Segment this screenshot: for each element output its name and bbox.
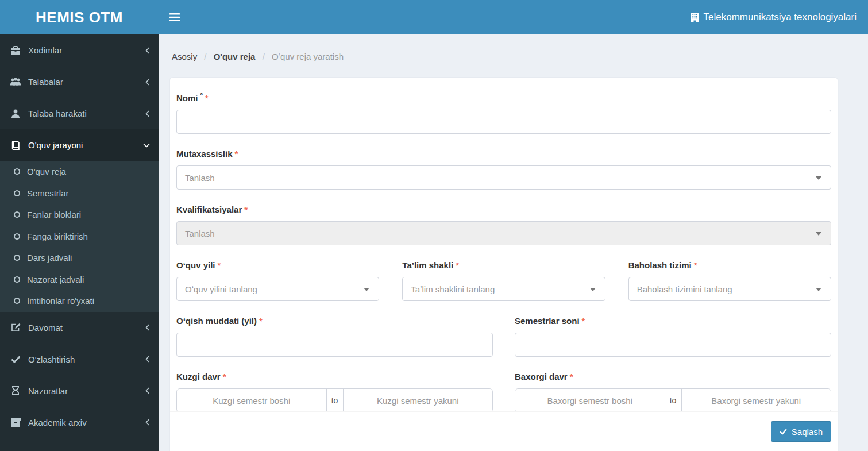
- baholash-tizimi-label: Baholash tizimi*: [628, 260, 831, 271]
- sidebar-subitem-fanga-biriktirish[interactable]: Fanga biriktirish: [0, 226, 159, 248]
- breadcrumb-link-asosiy[interactable]: Asosiy: [172, 52, 197, 61]
- chevron-left-icon: [145, 356, 150, 363]
- organization-menu[interactable]: Telekommunikatsiya texnologiyalari: [690, 11, 868, 23]
- breadcrumb-link-oquv-reja[interactable]: O'quv reja: [214, 52, 256, 61]
- sidebar-item-label: Talaba harakati: [28, 109, 87, 118]
- sidebar-item-talaba-harakati[interactable]: Talaba harakati: [0, 98, 159, 129]
- caret-down-icon: [816, 288, 821, 291]
- select-placeholder: Baholash tizimini tanlang: [637, 284, 732, 294]
- form-row: Oʻquv yili* Oʻquv yilini tanlang Taʼlim …: [176, 260, 831, 301]
- menu-icon: [169, 13, 180, 21]
- sidebar-item-label: Nazoratlar: [28, 386, 68, 396]
- kuzgi-end-input[interactable]: [344, 389, 493, 411]
- sidebar-subitem-oquv-reja[interactable]: O'quv reja: [0, 161, 159, 183]
- chevron-left-icon: [145, 387, 150, 394]
- breadcrumb-current: Oʻquv reja yaratish: [272, 52, 344, 61]
- circle-icon: [14, 255, 20, 261]
- sidebar-item-label: O'zlashtirish: [28, 354, 75, 364]
- kuzgi-davr-range: to: [176, 388, 493, 411]
- chevron-left-icon: [145, 419, 150, 426]
- circle-icon: [14, 190, 20, 196]
- field-semestrlar-soni: Semestrlar soni*: [515, 316, 831, 357]
- nomi-input[interactable]: [176, 110, 831, 134]
- range-separator: to: [326, 389, 344, 411]
- save-button-label: Saqlash: [792, 427, 823, 437]
- hourglass-icon: [9, 386, 22, 395]
- label-text: Semestrlar soni: [515, 316, 580, 326]
- circle-icon: [14, 211, 20, 218]
- breadcrumb-separator: /: [204, 52, 206, 61]
- sidebar-subitem-label: Fanlar bloklari: [27, 210, 81, 219]
- breadcrumb-separator: /: [263, 52, 265, 61]
- app-logo[interactable]: HEMIS OTM: [0, 0, 159, 34]
- sidebar-subitem-label: O'quv reja: [27, 167, 66, 176]
- semestrlar-soni-label: Semestrlar soni*: [515, 316, 831, 326]
- sidebar-item-ozlashtirish[interactable]: O'zlashtirish: [0, 344, 159, 375]
- organization-name: Telekommunikatsiya texnologiyalari: [704, 11, 857, 23]
- mutaxassislik-select[interactable]: Tanlash: [176, 165, 831, 190]
- caret-down-icon: [816, 232, 821, 236]
- sidebar-item-xodimlar[interactable]: Xodimlar: [0, 34, 159, 66]
- label-text: Baholash tizimi: [628, 260, 692, 270]
- form-row: Kvalifikatsiyalar* Tanlash: [176, 205, 831, 245]
- kvalifikatsiyalar-label: Kvalifikatsiyalar*: [176, 205, 831, 215]
- mutaxassislik-label: Mutaxassislik*: [176, 149, 831, 159]
- kuzgi-davr-label: Kuzgi davr*: [176, 372, 493, 382]
- kuzgi-start-input[interactable]: [177, 389, 326, 411]
- circle-icon: [14, 298, 20, 304]
- form-row: Oʻqish muddati (yil)* Semestrlar soni*: [176, 316, 831, 357]
- chevron-left-icon: [145, 47, 150, 54]
- sidebar-subitem-fanlar-bloklari[interactable]: Fanlar bloklari: [0, 204, 159, 226]
- top-navbar: Telekommunikatsiya texnologiyalari: [159, 0, 868, 34]
- field-nomi: Nomi º*: [176, 90, 831, 134]
- caret-down-icon: [590, 288, 596, 291]
- oqish-muddati-input[interactable]: [176, 333, 493, 357]
- sidebar-subitem-nazorat-jadvali[interactable]: Nazorat jadvali: [0, 269, 159, 291]
- label-text: Baxorgi davr: [515, 372, 568, 381]
- talim-shakli-label: Taʼlim shakli*: [402, 260, 605, 271]
- form-row: Nomi º*: [176, 90, 831, 134]
- required-marker: *: [259, 316, 263, 326]
- user-icon: [9, 109, 22, 118]
- field-baxorgi-davr: Baxorgi davr* to: [515, 372, 831, 411]
- select-placeholder: Taʼlim shaklini tanlang: [411, 284, 495, 294]
- sidebar-item-nazoratlar[interactable]: Nazoratlar: [0, 375, 159, 407]
- nomi-label-suffix: º: [200, 92, 203, 99]
- sidebar-item-label: Xodimlar: [28, 45, 62, 55]
- chevron-left-icon: [145, 110, 150, 117]
- briefcase-icon: [9, 46, 22, 55]
- required-marker: *: [205, 93, 209, 103]
- caret-down-icon: [364, 288, 369, 291]
- sidebar-item-label: Akademik arxiv: [28, 418, 87, 427]
- sidebar-subitem-semestrlar[interactable]: Semestrlar: [0, 183, 159, 205]
- sidebar-item-talabalar[interactable]: Talabalar: [0, 66, 159, 98]
- sidebar-subitem-label: Nazorat jadvali: [27, 275, 84, 284]
- circle-icon: [14, 276, 20, 283]
- semestrlar-soni-input[interactable]: [515, 333, 831, 357]
- label-text: Nomi: [176, 93, 198, 103]
- oquv-yili-select[interactable]: Oʻquv yilini tanlang: [176, 277, 379, 301]
- sidebar-item-oquv-jarayoni[interactable]: O'quv jarayoni: [0, 129, 159, 161]
- talim-shakli-select[interactable]: Taʼlim shaklini tanlang: [402, 277, 605, 301]
- baxorgi-start-input[interactable]: [515, 389, 665, 411]
- book-icon: [9, 141, 22, 150]
- oqish-muddati-label: Oʻqish muddati (yil)*: [176, 316, 493, 326]
- sidebar-toggle-button[interactable]: [159, 0, 191, 34]
- nomi-label: Nomi º*: [176, 90, 831, 103]
- sidebar-subitem-label: Fanga biriktirish: [27, 232, 88, 241]
- sidebar-subitem-label: Imtihonlar ro'yxati: [27, 296, 94, 306]
- field-oquv-yili: Oʻquv yili* Oʻquv yilini tanlang: [176, 260, 379, 301]
- chevron-left-icon: [145, 79, 150, 86]
- save-button[interactable]: Saqlash: [771, 421, 831, 442]
- sidebar-subitem-dars-jadvali[interactable]: Dars jadvali: [0, 247, 159, 269]
- circle-icon: [14, 233, 20, 240]
- label-text: Kuzgi davr: [176, 372, 221, 381]
- baxorgi-end-input[interactable]: [682, 389, 831, 411]
- kvalifikatsiyalar-select: Tanlash: [176, 221, 831, 245]
- form-row: Kuzgi davr* to Baxorgi davr* to: [176, 372, 831, 411]
- sidebar-item-davomat[interactable]: Davomat: [0, 312, 159, 344]
- sidebar-item-akademik-arxiv[interactable]: Akademik arxiv: [0, 407, 159, 438]
- label-text: Mutaxassislik: [176, 149, 233, 159]
- sidebar-subitem-imtihonlar-royxati[interactable]: Imtihonlar ro'yxati: [0, 290, 159, 312]
- baholash-tizimi-select[interactable]: Baholash tizimini tanlang: [628, 277, 831, 301]
